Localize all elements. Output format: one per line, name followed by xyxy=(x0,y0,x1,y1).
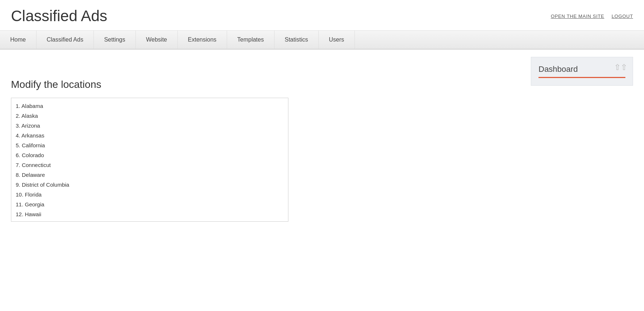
header-links: OPEN THE MAIN SITE LOGOUT xyxy=(551,13,633,19)
list-item[interactable]: 5. California xyxy=(11,140,288,150)
list-item[interactable]: 6. Colorado xyxy=(11,150,288,160)
nav-extensions[interactable]: Extensions xyxy=(178,31,227,49)
app-title: Classified Ads xyxy=(11,7,107,25)
nav-users[interactable]: Users xyxy=(319,31,355,49)
list-item[interactable]: 9. District of Columbia xyxy=(11,180,288,190)
nav-templates[interactable]: Templates xyxy=(227,31,275,49)
header: Classified Ads OPEN THE MAIN SITE LOGOUT xyxy=(0,0,644,31)
nav-website[interactable]: Website xyxy=(136,31,178,49)
nav-statistics[interactable]: Statistics xyxy=(275,31,319,49)
content-wrapper: Modify the locations 1. Alabama2. Alaska… xyxy=(0,50,644,229)
main-nav: Home Classified Ads Settings Website Ext… xyxy=(0,31,644,50)
share-icon: ⇧⇧ xyxy=(614,63,627,72)
list-item[interactable]: 3. Arizona xyxy=(11,121,288,131)
nav-classified-ads[interactable]: Classified Ads xyxy=(37,31,94,49)
dashboard-label: Dashboard xyxy=(538,65,625,74)
sidebar: ⇧⇧ Dashboard xyxy=(531,57,633,222)
list-item[interactable]: 8. Delaware xyxy=(11,170,288,180)
page-heading: Modify the locations xyxy=(11,79,524,90)
logout-link[interactable]: LOGOUT xyxy=(612,13,633,19)
open-main-site-link[interactable]: OPEN THE MAIN SITE xyxy=(551,13,605,19)
list-item[interactable]: 12. Hawaii xyxy=(11,209,288,219)
list-item[interactable]: 1. Alabama xyxy=(11,101,288,111)
nav-settings[interactable]: Settings xyxy=(94,31,136,49)
dashboard-underline xyxy=(538,77,625,78)
list-item[interactable]: 11. Georgia xyxy=(11,199,288,209)
list-item[interactable]: 7. Connecticut xyxy=(11,160,288,170)
list-item[interactable]: 10. Florida xyxy=(11,190,288,199)
dashboard-widget: ⇧⇧ Dashboard xyxy=(531,57,633,86)
main-content: Modify the locations 1. Alabama2. Alaska… xyxy=(11,57,524,222)
location-list[interactable]: 1. Alabama2. Alaska3. Arizona4. Arkansas… xyxy=(11,98,288,222)
list-item[interactable]: 4. Arkansas xyxy=(11,131,288,140)
nav-home[interactable]: Home xyxy=(0,31,37,49)
list-item[interactable]: 2. Alaska xyxy=(11,111,288,121)
